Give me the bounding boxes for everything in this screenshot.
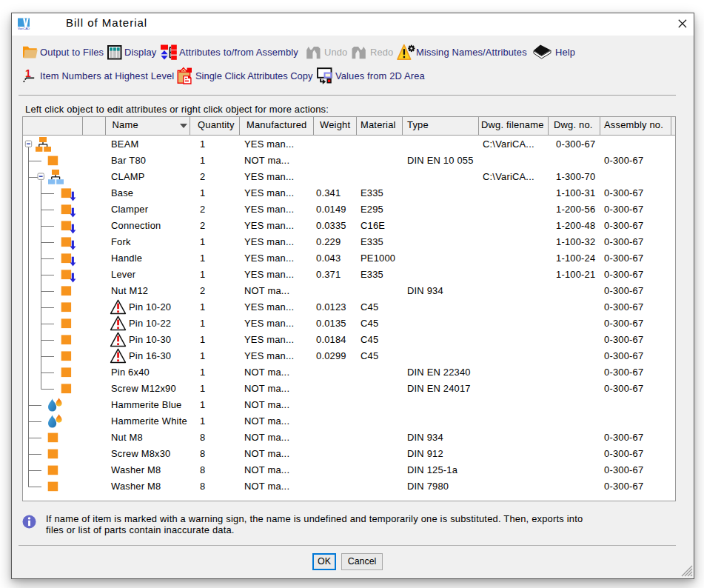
svg-text:VariCAD: VariCAD (18, 27, 30, 30)
